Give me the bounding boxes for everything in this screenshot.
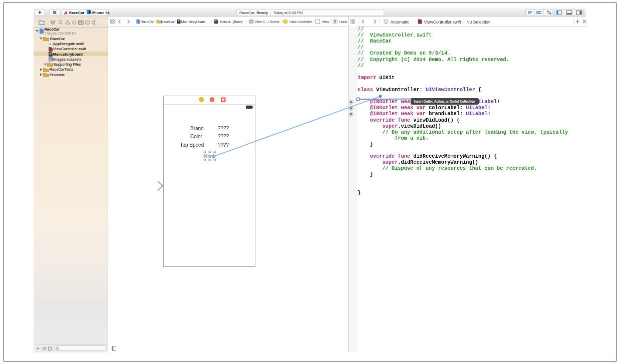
svg-text:B: B — [334, 20, 337, 23]
svg-text:A: A — [64, 10, 68, 15]
